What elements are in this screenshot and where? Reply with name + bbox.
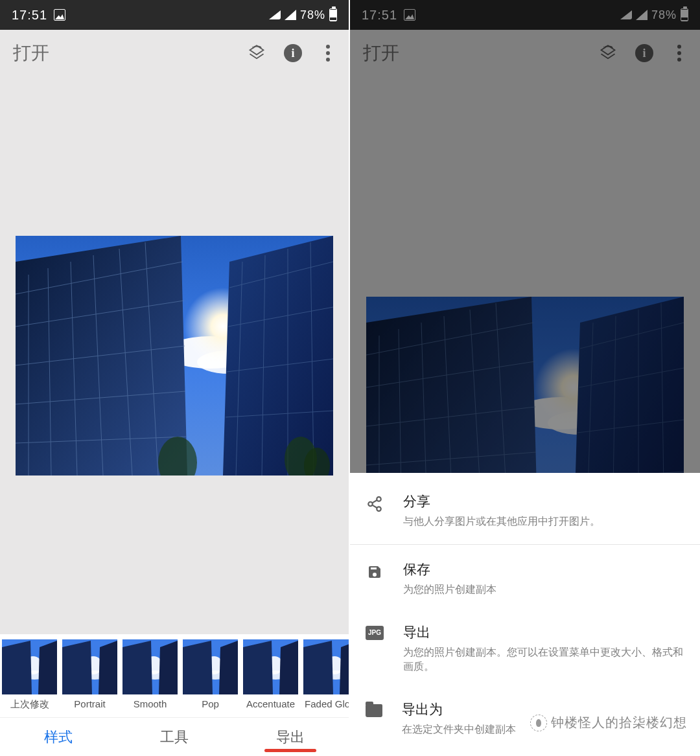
share-icon	[366, 495, 384, 513]
tab-tools[interactable]: 工具	[116, 718, 232, 756]
layers-undo-icon[interactable]	[248, 44, 266, 62]
watermark-icon	[530, 715, 547, 731]
status-bar: 17:51 78%	[0, 0, 349, 30]
sheet-save[interactable]: 保存 为您的照片创建副本	[350, 547, 700, 610]
status-time: 17:51	[12, 8, 47, 23]
tab-styles[interactable]: 样式	[0, 718, 116, 756]
battery-icon	[329, 8, 337, 21]
style-label: 上次修改	[10, 698, 49, 711]
sheet-share[interactable]: 分享 与他人分享图片或在其他应用中打开图片。	[350, 479, 700, 542]
style-item[interactable]: Smooth	[122, 639, 178, 717]
battery-pct: 78%	[300, 8, 325, 22]
sheet-title: 导出	[403, 623, 684, 641]
style-item[interactable]: Portrait	[62, 639, 117, 717]
folder-icon	[366, 704, 382, 717]
canvas-area[interactable]	[0, 76, 349, 634]
sheet-desc: 与他人分享图片或在其他应用中打开图片。	[403, 514, 684, 529]
style-item[interactable]: Accentuate	[243, 639, 298, 717]
info-icon[interactable]: i	[284, 44, 302, 62]
tab-export[interactable]: 导出	[233, 718, 349, 756]
svg-line-39	[372, 500, 377, 503]
right-pane: 17:51 78% 打开 i	[350, 0, 700, 756]
style-thumbnails: 上次修改 Portrait Smooth Pop Accentuate Fade…	[0, 634, 349, 717]
style-item[interactable]: 上次修改	[2, 639, 57, 717]
more-icon[interactable]	[320, 45, 336, 62]
image-notif-icon	[54, 9, 65, 21]
main-photo	[16, 236, 333, 475]
sheet-title: 分享	[403, 492, 684, 510]
style-label: Portrait	[74, 698, 105, 709]
svg-point-38	[377, 507, 381, 511]
style-label: Faded Glow	[305, 698, 349, 709]
watermark-text: 钟楼怪人的拾柒楼幻想	[551, 714, 687, 731]
wifi-icon	[269, 10, 281, 19]
sheet-title: 保存	[403, 560, 684, 578]
style-label: Accentuate	[246, 698, 295, 709]
sheet-desc: 为您的照片创建副本。您可以在设置菜单中更改大小、格式和画质。	[403, 645, 684, 674]
style-label: Smooth	[134, 698, 167, 709]
sheet-desc: 为您的照片创建副本	[403, 582, 684, 597]
cell-signal-icon	[285, 10, 296, 20]
save-icon	[366, 563, 384, 581]
style-label: Pop	[202, 698, 219, 709]
bottom-tabs: 样式 工具 导出	[0, 717, 349, 756]
sheet-export[interactable]: JPG 导出 为您的照片创建副本。您可以在设置菜单中更改大小、格式和画质。	[350, 610, 700, 687]
toolbar: 打开 i	[0, 30, 349, 76]
watermark: 钟楼怪人的拾柒楼幻想	[530, 714, 687, 731]
svg-point-36	[377, 497, 381, 501]
style-item[interactable]: Pop	[183, 639, 238, 717]
svg-line-40	[372, 505, 377, 508]
open-button[interactable]: 打开	[13, 41, 49, 65]
svg-point-37	[368, 502, 373, 507]
jpg-icon: JPG	[366, 626, 384, 640]
left-pane: 17:51 78% 打开 i	[0, 0, 350, 756]
style-item[interactable]: Faded Glow	[303, 639, 349, 717]
separator	[350, 544, 700, 545]
